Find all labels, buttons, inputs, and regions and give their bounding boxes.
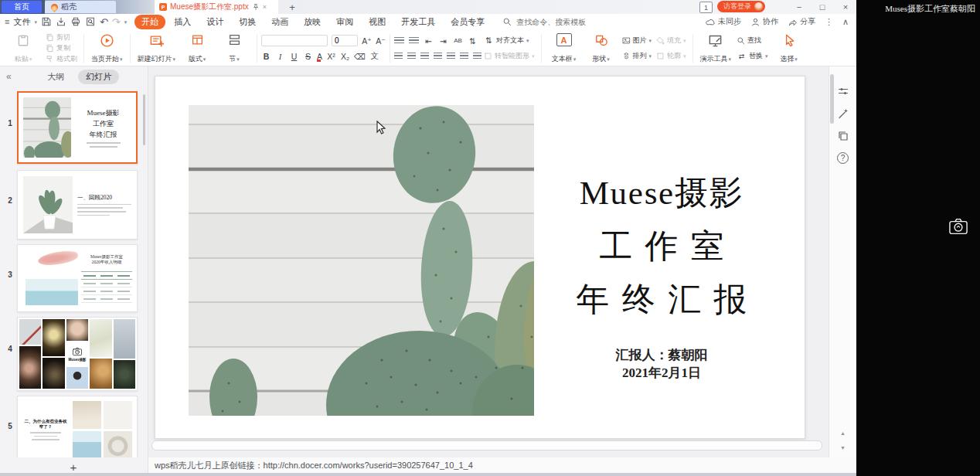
arrange-button[interactable]: 排列▾ bbox=[620, 51, 655, 61]
maximize-button[interactable]: □ bbox=[813, 0, 832, 13]
slide-1-canvas[interactable]: Muese摄影 工作室 年终汇报 汇报人：蔡朝阳 2021年2月1日 bbox=[155, 76, 805, 439]
tab-insert[interactable]: 插入 bbox=[167, 15, 198, 29]
superscript-button[interactable]: X² bbox=[326, 52, 336, 61]
login-button[interactable]: 访客登录 bbox=[717, 1, 765, 12]
add-slide-button[interactable]: + bbox=[0, 459, 147, 474]
subscript-button[interactable]: X₂ bbox=[340, 52, 350, 61]
tab-docer[interactable]: 稻壳 bbox=[45, 1, 116, 13]
tab-transition[interactable]: 切换 bbox=[232, 15, 263, 29]
collapse-ribbon-icon[interactable]: ∧ bbox=[842, 18, 849, 26]
picture-button[interactable]: 图片▾ bbox=[620, 36, 655, 46]
help-icon[interactable]: ? bbox=[837, 152, 849, 164]
export-icon[interactable] bbox=[56, 16, 66, 27]
play-from-current-button[interactable]: 当页开始▾ bbox=[88, 31, 126, 66]
tab-devtools[interactable]: 开发工具 bbox=[394, 15, 442, 29]
tab-animation[interactable]: 动画 bbox=[264, 15, 295, 29]
command-search[interactable] bbox=[502, 17, 609, 27]
copy-button[interactable]: 复制 bbox=[43, 43, 80, 53]
presentation-tools-button[interactable]: 演示工具▾ bbox=[697, 31, 735, 66]
share-button[interactable]: 分享 bbox=[788, 16, 815, 27]
tab-outline[interactable]: 大纲 bbox=[39, 70, 72, 84]
underline-button[interactable]: U bbox=[289, 52, 299, 61]
decrease-font-icon[interactable]: A⁻ bbox=[376, 36, 386, 46]
tab-member[interactable]: 会员专享 bbox=[444, 15, 492, 29]
align-right-icon[interactable] bbox=[420, 53, 429, 60]
format-painter-button[interactable]: 格式刷 bbox=[43, 54, 80, 64]
indent-decrease-icon[interactable]: ⇤ bbox=[424, 36, 434, 46]
hamburger-icon[interactable]: ≡ bbox=[5, 18, 9, 26]
text-box-button[interactable]: A 文本框▾ bbox=[546, 31, 583, 66]
tab-start[interactable]: 开始 bbox=[134, 15, 165, 29]
align-center-icon[interactable] bbox=[407, 53, 416, 60]
workspace-badge[interactable]: 1 bbox=[699, 2, 713, 13]
italic-button[interactable]: I bbox=[275, 53, 285, 61]
file-menu[interactable]: 文件 bbox=[13, 16, 30, 28]
tab-slideshow[interactable]: 放映 bbox=[297, 15, 328, 29]
font-family-input[interactable] bbox=[261, 35, 328, 46]
print-icon[interactable] bbox=[70, 16, 81, 27]
collapse-panel-icon[interactable]: « bbox=[6, 71, 12, 82]
pinyin-guide-icon[interactable]: 文 bbox=[369, 51, 379, 62]
align-left-icon[interactable] bbox=[394, 53, 403, 60]
align-justify-icon[interactable] bbox=[434, 53, 442, 60]
slide-thumbnail-3[interactable]: Muses摄影工作室 2020年收入明细 bbox=[17, 244, 138, 312]
strikethrough-button[interactable]: S bbox=[303, 52, 313, 61]
font-color-button[interactable]: A bbox=[317, 52, 322, 61]
more-actions-icon[interactable]: ▾ bbox=[124, 19, 128, 25]
slide-thumbnail-2[interactable]: 一、回顾2020 bbox=[17, 170, 138, 240]
editing-canvas[interactable]: Muese摄影 工作室 年终汇报 汇报人：蔡朝阳 2021年2月1日 bbox=[148, 66, 829, 457]
new-slide-button[interactable]: 新建幻灯片▾ bbox=[134, 31, 179, 66]
layout-button[interactable]: 版式▾ bbox=[179, 31, 216, 66]
fill-button[interactable]: 填充▾ bbox=[654, 36, 689, 46]
docer-source-link[interactable]: wps稻壳儿七月上原创链接：http://chn.docer.com/works… bbox=[155, 460, 473, 471]
clear-format-icon[interactable]: ⌫ bbox=[354, 52, 366, 61]
close-window-button[interactable]: × bbox=[836, 0, 855, 13]
save-icon[interactable] bbox=[41, 16, 52, 27]
numbered-list-icon[interactable] bbox=[409, 37, 419, 45]
tab-review[interactable]: 审阅 bbox=[329, 15, 360, 29]
slide-title[interactable]: Muese摄影 工作室 年终汇报 汇报人：蔡朝阳 2021年2月1日 bbox=[520, 166, 803, 382]
undo-icon[interactable]: ↶ bbox=[100, 17, 108, 27]
section-button[interactable]: 节▾ bbox=[216, 31, 253, 66]
align-text-button[interactable]: ⇅ 对齐文本▾ bbox=[481, 36, 537, 46]
sync-status[interactable]: 未同步 bbox=[706, 16, 741, 27]
slide-thumbnail-4[interactable]: Muses摄影 bbox=[17, 317, 138, 391]
font-size-input[interactable] bbox=[332, 35, 358, 46]
indent-increase-icon[interactable]: ⇥ bbox=[438, 36, 448, 46]
text-direction-icon[interactable]: AB bbox=[453, 37, 463, 44]
beautify-wand-icon[interactable] bbox=[837, 107, 849, 120]
new-tab-button[interactable]: + bbox=[284, 0, 300, 14]
camera-icon[interactable] bbox=[948, 216, 969, 237]
slide-thumbnail-5[interactable]: 二、为什么有些业务收窄了？ bbox=[17, 396, 138, 457]
print-preview-icon[interactable] bbox=[85, 16, 96, 27]
page-down-icon[interactable]: ▾ bbox=[841, 444, 844, 451]
search-input[interactable] bbox=[515, 17, 609, 27]
tab-view[interactable]: 视图 bbox=[362, 15, 393, 29]
align-distribute-icon[interactable] bbox=[447, 53, 455, 60]
select-button[interactable]: 选择▾ bbox=[771, 31, 808, 66]
redo-icon[interactable]: ↷ bbox=[112, 17, 121, 27]
tab-design[interactable]: 设计 bbox=[199, 15, 230, 29]
properties-sliders-icon[interactable] bbox=[837, 85, 849, 97]
bullet-list-icon[interactable] bbox=[394, 37, 404, 45]
horizontal-scrollbar[interactable] bbox=[151, 440, 822, 450]
slide-thumbnail-1[interactable]: Muese摄影 工作室 年终汇报 bbox=[17, 91, 138, 164]
replace-button[interactable]: ⇄替换▾ bbox=[734, 51, 771, 61]
columns-icon[interactable] bbox=[473, 53, 481, 60]
tab-slides[interactable]: 幻灯片 bbox=[78, 70, 119, 84]
close-tab-icon[interactable]: × bbox=[263, 4, 267, 11]
paste-button[interactable]: 粘贴▾ bbox=[5, 31, 42, 66]
collaborate-button[interactable]: 协作 bbox=[750, 16, 778, 27]
pin-tab-icon[interactable] bbox=[252, 3, 260, 11]
cactus-photo[interactable] bbox=[189, 105, 534, 416]
more-menu-icon[interactable]: ⋮ bbox=[825, 18, 833, 26]
minimize-button[interactable]: − bbox=[790, 0, 808, 13]
outline-button[interactable]: 轮廓▾ bbox=[654, 51, 689, 61]
vertical-text-icon[interactable]: ⇅ bbox=[468, 36, 478, 46]
increase-font-icon[interactable]: A⁺ bbox=[362, 36, 372, 46]
smart-graphic-button[interactable]: 转智能图形▾ bbox=[481, 51, 537, 61]
find-button[interactable]: 查找 bbox=[734, 36, 771, 46]
tab-home[interactable]: 首页 bbox=[2, 1, 42, 13]
tab-document[interactable]: P Muese摄影工作室.pptx × bbox=[155, 0, 278, 14]
bold-button[interactable]: B bbox=[261, 52, 271, 61]
